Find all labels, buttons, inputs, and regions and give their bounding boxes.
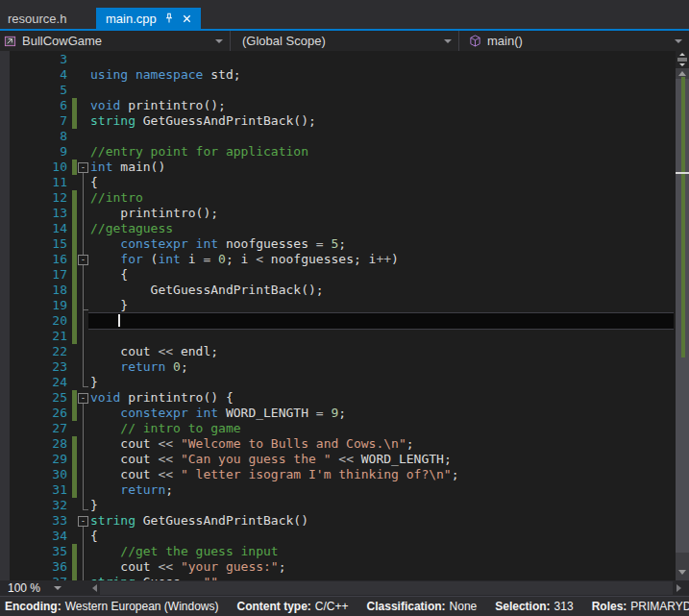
code-line[interactable]: 33string GetGuessAndPrintBack() bbox=[0, 513, 676, 529]
project-dropdown[interactable]: BullCowGame bbox=[0, 31, 231, 51]
code-text: //getaguess bbox=[90, 221, 173, 236]
code-line[interactable]: 12//intro bbox=[0, 190, 676, 206]
code-line[interactable]: 6void printintro(); bbox=[0, 98, 676, 113]
change-bar bbox=[72, 298, 77, 313]
change-bar bbox=[72, 98, 77, 113]
code-line[interactable]: 8 bbox=[0, 129, 676, 144]
line-number: 13 bbox=[0, 206, 67, 221]
code-line[interactable]: 24} bbox=[0, 375, 676, 390]
code-line[interactable]: 20 bbox=[0, 313, 676, 329]
code-line[interactable]: 11{ bbox=[0, 175, 676, 190]
code-line[interactable]: 26 constexpr int WORD_LENGTH = 9; bbox=[0, 406, 676, 421]
scroll-right-arrow-icon[interactable] bbox=[677, 584, 681, 592]
code-line[interactable]: 4using namespace std; bbox=[0, 67, 676, 83]
code-line[interactable]: 23 return 0; bbox=[0, 359, 676, 375]
code-line[interactable]: 17 { bbox=[0, 267, 676, 283]
code-line[interactable]: 25void printintro() { bbox=[0, 390, 676, 406]
code-line[interactable]: 5 bbox=[0, 83, 676, 98]
hscrollbar-thumb[interactable] bbox=[100, 581, 673, 595]
code-line[interactable]: 36 cout << "your guess:"; bbox=[0, 559, 676, 575]
code-editor[interactable]: 34using namespace std;56void printintro(… bbox=[0, 51, 689, 580]
code-text: void printintro(); bbox=[90, 98, 226, 113]
code-line[interactable]: 31 return; bbox=[0, 482, 676, 498]
line-number: 26 bbox=[0, 406, 67, 421]
line-number: 28 bbox=[0, 436, 67, 452]
code-line[interactable]: 10int main() bbox=[0, 160, 676, 175]
code-line[interactable]: 16 for (int i = 0; i < noofguesses; i++) bbox=[0, 252, 676, 267]
tab-resource-h[interactable]: resource.h bbox=[0, 8, 96, 29]
status-item: Encoding:Western European (Windows) bbox=[5, 600, 219, 613]
tab-main-cpp[interactable]: main.cpp bbox=[96, 8, 201, 29]
line-number: 29 bbox=[0, 452, 67, 467]
fold-collapse-box[interactable]: - bbox=[78, 255, 88, 265]
line-number: 31 bbox=[0, 482, 67, 498]
code-text: cout << "Can you guess the " << WORD_LEN… bbox=[90, 452, 452, 467]
change-bar bbox=[72, 452, 77, 467]
chevron-down-icon bbox=[54, 586, 62, 590]
member-name: main() bbox=[487, 34, 523, 48]
code-text: } bbox=[90, 498, 98, 513]
line-number: 15 bbox=[0, 236, 67, 252]
code-line[interactable]: 15 constexpr int noofguesses = 5; bbox=[0, 236, 676, 252]
line-number: 20 bbox=[0, 313, 67, 329]
change-bar bbox=[72, 267, 77, 283]
change-bar bbox=[72, 313, 77, 329]
code-text: { bbox=[90, 529, 98, 544]
code-line[interactable]: 30 cout << " letter isogram I'm thinking… bbox=[0, 467, 676, 482]
code-line[interactable]: 13 printintro(); bbox=[0, 206, 676, 221]
code-line[interactable]: 29 cout << "Can you guess the " << WORD_… bbox=[0, 452, 676, 467]
change-bar bbox=[72, 252, 77, 267]
member-dropdown[interactable]: main() bbox=[459, 31, 689, 51]
code-line[interactable]: 19 } bbox=[0, 298, 676, 313]
line-number: 36 bbox=[0, 559, 67, 575]
code-line[interactable]: 35 //get the guess input bbox=[0, 544, 676, 559]
code-line[interactable]: 21 bbox=[0, 329, 676, 344]
code-line[interactable]: 22 cout << endl; bbox=[0, 344, 676, 359]
scroll-up-arrow-icon[interactable] bbox=[678, 71, 686, 76]
close-icon[interactable] bbox=[182, 13, 192, 24]
method-cube-icon bbox=[469, 35, 481, 47]
code-text: } bbox=[90, 375, 98, 390]
code-text: GetGuessAndPrintBack(); bbox=[90, 283, 324, 298]
code-text: } bbox=[90, 298, 128, 313]
fold-collapse-box[interactable]: - bbox=[78, 393, 88, 404]
code-line[interactable]: 34{ bbox=[0, 529, 676, 544]
code-line[interactable]: 9//entry point for application bbox=[0, 144, 676, 160]
code-line[interactable]: 7string GetGuessAndPrintBack(); bbox=[0, 113, 676, 129]
fold-collapse-box[interactable]: - bbox=[78, 516, 88, 527]
vertical-scrollbar[interactable] bbox=[676, 51, 689, 580]
tab-label: resource.h bbox=[8, 12, 66, 26]
code-text: // intro to game bbox=[90, 421, 241, 436]
code-line[interactable]: 28 cout << "Welcome to Bulls and Cows.\n… bbox=[0, 436, 676, 452]
outline-guide bbox=[83, 265, 84, 309]
code-text: //entry point for application bbox=[90, 144, 308, 160]
code-text: string GetGuessAndPrintBack() bbox=[90, 513, 308, 529]
splitter-handle-icon[interactable] bbox=[676, 51, 689, 68]
change-marks-strip bbox=[681, 77, 685, 357]
code-line[interactable]: 18 GetGuessAndPrintBack(); bbox=[0, 283, 676, 298]
pin-icon[interactable] bbox=[163, 12, 175, 24]
scroll-down-arrow-icon[interactable] bbox=[678, 570, 686, 575]
navigation-bar: BullCowGame (Global Scope) main() bbox=[0, 31, 689, 52]
code-line[interactable]: 27 // intro to game bbox=[0, 421, 676, 436]
change-bar bbox=[72, 436, 77, 452]
line-number: 24 bbox=[0, 375, 67, 390]
scope-dropdown[interactable]: (Global Scope) bbox=[231, 31, 459, 51]
scroll-left-arrow-icon[interactable] bbox=[92, 584, 97, 592]
code-text: return; bbox=[90, 482, 173, 498]
vs-editor-window: resource.h main.cpp BullCowGame (Global … bbox=[0, 0, 689, 616]
code-line[interactable]: 32} bbox=[0, 498, 676, 513]
line-number: 21 bbox=[0, 329, 67, 344]
zoom-control[interactable]: 100 % bbox=[0, 580, 86, 596]
line-number: 4 bbox=[0, 67, 67, 83]
change-bar bbox=[72, 221, 77, 236]
line-number: 27 bbox=[0, 421, 67, 436]
code-text: void printintro() { bbox=[90, 390, 234, 406]
code-text: constexpr int WORD_LENGTH = 9; bbox=[90, 406, 346, 421]
code-line[interactable]: 3 bbox=[0, 52, 676, 67]
fold-collapse-box[interactable]: - bbox=[78, 162, 88, 173]
line-number: 14 bbox=[0, 221, 67, 236]
code-line[interactable]: 14//getaguess bbox=[0, 221, 676, 236]
change-bar bbox=[72, 329, 77, 344]
text-caret bbox=[118, 314, 120, 327]
